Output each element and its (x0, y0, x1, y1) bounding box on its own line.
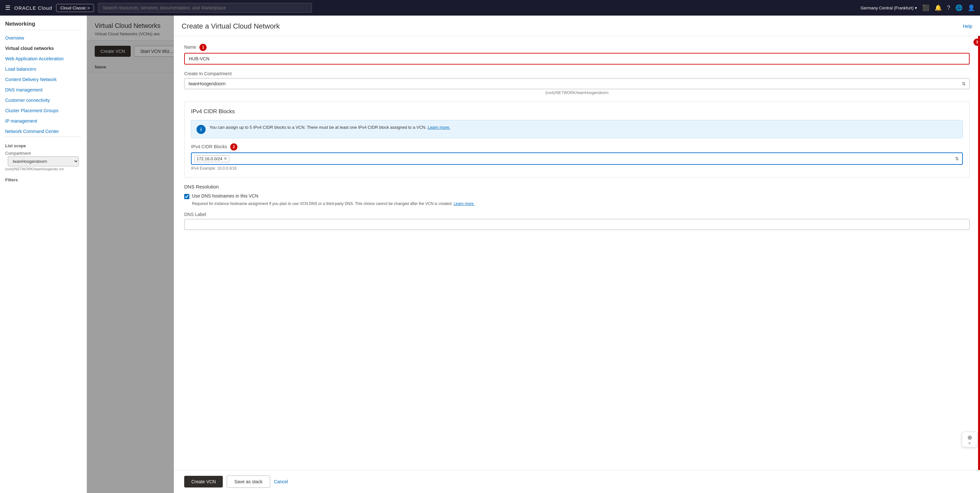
dns-label-title: DNS Label (184, 212, 970, 217)
name-form-group: Name 1 (184, 44, 970, 65)
compartment-path-hint: (root)/NETWORK/IwanHoogendoorn (184, 91, 970, 95)
compartment-label: Compartment (0, 149, 87, 156)
list-scope-title: List scope (0, 140, 87, 149)
cancel-button[interactable]: Cancel (274, 479, 288, 484)
dns-section: DNS Resolution Use DNS hostnames in this… (184, 184, 970, 230)
dns-checkbox-label: Use DNS hostnames in this VCN (192, 193, 258, 199)
cidr-input-wrapper[interactable]: 172.16.0.0/24 ✕ ⇅ (191, 153, 963, 165)
cloud-classic-button[interactable]: Cloud Classic > (56, 4, 94, 12)
terminal-icon[interactable]: ⬛ (922, 4, 929, 11)
help-icon[interactable]: ? (947, 5, 950, 11)
dns-resolution-title: DNS Resolution (184, 184, 970, 189)
name-input[interactable] (184, 53, 970, 65)
modal-help-link[interactable]: Help (963, 24, 972, 29)
main-layout: Networking Overview Virtual cloud networ… (0, 16, 980, 493)
cidr-blocks-label: IPv4 CIDR Blocks 2 (191, 143, 963, 151)
sidebar-item-load-balancers[interactable]: Load balancers (0, 64, 87, 74)
dns-checkbox-hint: Required for instance hostname assignmen… (192, 201, 970, 207)
bell-icon[interactable]: 🔔 (935, 4, 942, 11)
compartment-form-group: Create In Compartment IwanHoogendoorn ⇅ … (184, 71, 970, 95)
nav-right: Germany Central (Frankfurt) ▾ ⬛ 🔔 ? 🌐 👤 (861, 4, 975, 11)
oracle-logo: ORACLE Cloud (14, 5, 52, 11)
sidebar-item-dns-management[interactable]: DNS management (0, 85, 87, 95)
region-selector[interactable]: Germany Central (Frankfurt) ▾ (861, 5, 917, 10)
filters-label: Filters (0, 173, 87, 184)
modal-title: Create a Virtual Cloud Network (181, 22, 280, 30)
sidebar-item-overview[interactable]: Overview (0, 33, 87, 43)
main-content: Virtual Cloud Networks Virtual Cloud Net… (87, 16, 980, 493)
info-icon: i (197, 125, 205, 134)
dns-checkbox-row: Use DNS hostnames in this VCN (184, 193, 970, 199)
compartment-select[interactable]: IwanHoogendoorn (8, 156, 79, 166)
learn-more-cidr-link[interactable]: Learn more. (428, 125, 450, 130)
modal-header: Create a Virtual Cloud Network Help (174, 16, 980, 36)
globe-icon[interactable]: 🌐 (955, 4, 963, 11)
cidr-tag-remove[interactable]: ✕ (224, 156, 227, 161)
sidebar-item-content-delivery-network[interactable]: Content Delivery Network (0, 74, 87, 85)
hamburger-icon[interactable]: ☰ (5, 4, 10, 11)
dns-checkbox[interactable] (184, 194, 189, 199)
help-widget[interactable]: ⊕ ⠿ (962, 432, 977, 447)
cidr-tag: 172.16.0.0/24 ✕ (194, 155, 229, 162)
create-vcn-modal: Create a Virtual Cloud Network Help 3 Na… (174, 16, 980, 493)
step2-badge: 2 (230, 143, 237, 151)
cidr-text-input[interactable] (231, 156, 959, 162)
top-navigation: ☰ ORACLE Cloud Cloud Classic > Germany C… (0, 0, 980, 16)
sidebar: Networking Overview Virtual cloud networ… (0, 16, 87, 493)
compartment-dropdown[interactable]: IwanHoogendoorn (184, 78, 970, 89)
step3-badge: 3 (974, 38, 980, 46)
sidebar-item-network-command-center[interactable]: Network Command Center (0, 126, 87, 137)
dns-label-input[interactable] (184, 219, 970, 230)
compartment-path: (root)/NETWORK/IwanHoogendo orn (0, 166, 87, 173)
info-box: i You can assign up to 5 IPv4 CIDR block… (191, 120, 963, 138)
sidebar-item-web-application-acceleration[interactable]: Web Application Acceleration (0, 54, 87, 64)
step3-badge-container: 3 (972, 38, 980, 46)
info-text: You can assign up to 5 IPv4 CIDR blocks … (210, 124, 450, 131)
learn-more-dns-link[interactable]: Learn more. (454, 201, 475, 206)
lifebuoy-icon: ⊕ (967, 434, 972, 441)
modal-footer: Create VCN Save as stack Cancel (174, 470, 980, 493)
sidebar-divider (5, 30, 81, 30)
step3-border (978, 36, 980, 470)
cidr-section: IPv4 CIDR Blocks i You can assign up to … (184, 102, 970, 177)
create-vcn-submit-button[interactable]: Create VCN (184, 476, 223, 488)
name-label: Name 1 (184, 44, 970, 51)
help-widget-dots: ⠿ (968, 442, 971, 445)
compartment-dropdown-wrapper: IwanHoogendoorn ⇅ (184, 78, 970, 89)
modal-body: 3 Name 1 Create In Compartment IwanHoog (174, 36, 980, 470)
sidebar-item-ip-management[interactable]: IP management (0, 116, 87, 126)
save-as-stack-button[interactable]: Save as stack (227, 476, 270, 488)
cidr-section-title: IPv4 CIDR Blocks (191, 108, 963, 115)
sidebar-title: Networking (0, 16, 87, 30)
list-scope-divider (5, 137, 81, 137)
sidebar-item-cluster-placement-groups[interactable]: Cluster Placement Groups (0, 105, 87, 116)
chevron-down-icon: ▾ (915, 5, 917, 10)
create-in-compartment-label: Create In Compartment (184, 71, 970, 76)
user-avatar[interactable]: 👤 (968, 4, 975, 11)
sidebar-item-customer-connectivity[interactable]: Customer connectivity (0, 95, 87, 105)
cidr-example: IPv4 Example: 10.0.0.0/16 (191, 166, 963, 170)
search-input[interactable] (98, 3, 312, 13)
sidebar-item-virtual-cloud-networks[interactable]: Virtual cloud networks (0, 43, 87, 54)
step1-badge: 1 (199, 44, 207, 51)
